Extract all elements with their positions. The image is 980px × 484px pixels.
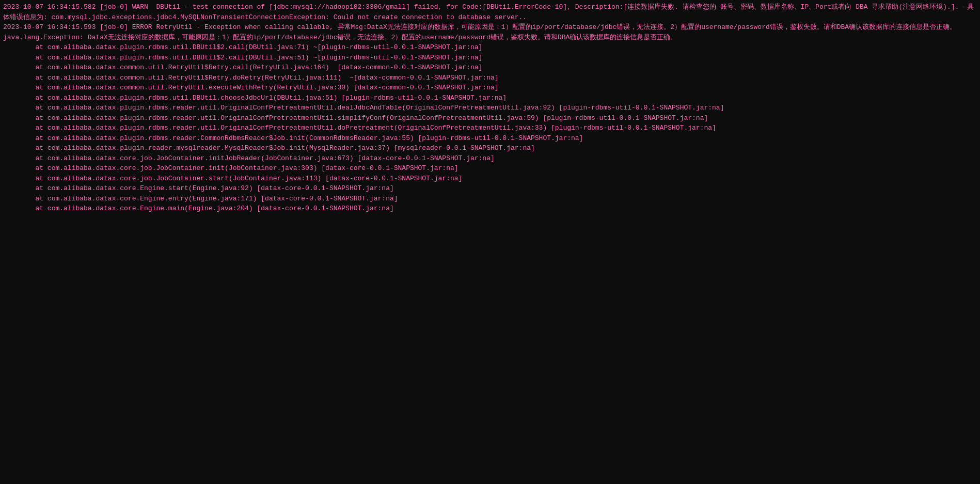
log-line: at com.alibaba.datax.plugin.rdbms.util.D… [3, 93, 977, 103]
log-line: at com.alibaba.datax.core.Engine.entry(E… [3, 194, 977, 204]
log-container: 2023-10-07 16:34:15.582 [job-0] WARN DBU… [0, 0, 980, 216]
log-line: at com.alibaba.datax.common.util.RetryUt… [3, 73, 977, 83]
log-line: at com.alibaba.datax.core.Engine.start(E… [3, 183, 977, 194]
log-line: at com.alibaba.datax.core.Engine.main(En… [3, 204, 977, 214]
log-line: at com.alibaba.datax.plugin.rdbms.reader… [3, 103, 977, 113]
log-line: at com.alibaba.datax.plugin.rdbms.util.D… [3, 53, 977, 63]
log-line: at com.alibaba.datax.plugin.rdbms.util.D… [3, 42, 977, 53]
log-line: at com.alibaba.datax.plugin.rdbms.reader… [3, 133, 977, 144]
log-line: at com.alibaba.datax.common.util.RetryUt… [3, 83, 977, 93]
log-line: 2023-10-07 16:34:15.582 [job-0] WARN DBU… [3, 2, 977, 22]
log-line: at com.alibaba.datax.core.job.JobContain… [3, 163, 977, 174]
log-line: at com.alibaba.datax.common.util.RetryUt… [3, 63, 977, 73]
log-line: at com.alibaba.datax.plugin.rdbms.reader… [3, 113, 977, 123]
log-line: 2023-10-07 16:34:15.593 [job-0] ERROR Re… [3, 22, 977, 33]
log-line: at com.alibaba.datax.plugin.reader.mysql… [3, 143, 977, 153]
log-line: at com.alibaba.datax.plugin.rdbms.reader… [3, 123, 977, 133]
log-line: at com.alibaba.datax.core.job.JobContain… [3, 153, 977, 164]
log-line: java.lang.Exception: DataX无法连接对应的数据库，可能原… [3, 33, 977, 43]
log-line: at com.alibaba.datax.core.job.JobContain… [3, 174, 977, 184]
